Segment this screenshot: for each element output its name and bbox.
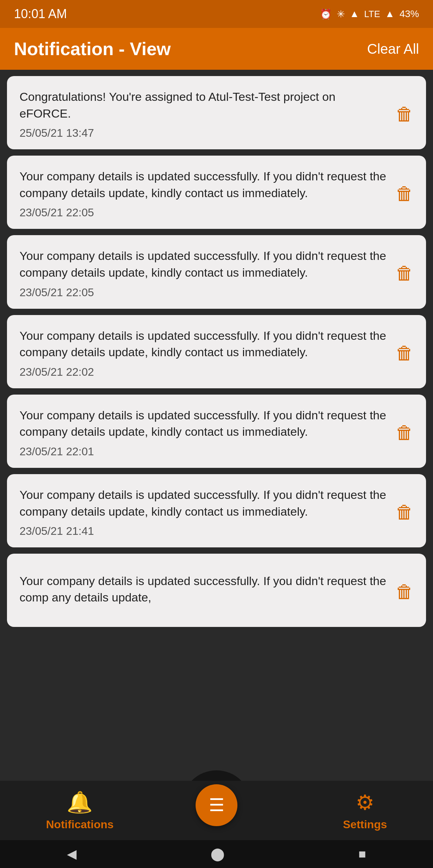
notification-content: Your company details is updated successf… [20,248,388,299]
notification-card: Your company details is updated successf… [7,315,426,388]
delete-notification-button[interactable]: 🗑 [395,343,413,364]
app-header: Notification - View Clear All [0,28,433,70]
notification-content: Your company details is updated successf… [20,328,388,379]
status-time: 10:01 AM [14,7,67,21]
bell-icon: 🔔 [67,790,93,815]
notification-message: Congratulations! You're assigned to Atul… [20,89,388,122]
menu-icon: ☰ [209,795,225,815]
nav-settings-label: Settings [343,818,387,831]
bluetooth-icon: ✳ [337,8,345,20]
notification-card: Your company details is updated successf… [7,474,426,547]
delete-notification-button[interactable]: 🗑 [395,183,413,204]
nav-settings[interactable]: ⚙ Settings [343,790,387,831]
delete-notification-button[interactable]: 🗑 [395,581,413,602]
notification-timestamp: 25/05/21 13:47 [20,127,388,140]
notification-message: Your company details is updated successf… [20,487,388,520]
recent-button[interactable]: ■ [358,847,366,861]
nav-notifications-label: Notifications [46,818,114,831]
back-button[interactable]: ◀ [67,847,77,861]
delete-notification-button[interactable]: 🗑 [395,263,413,284]
notification-timestamp: 23/05/21 22:05 [20,206,388,219]
notification-content: Your company details is updated successf… [20,487,388,538]
status-icons: ⏰ ✳ ▲ LTE ▲ 43% [320,8,419,20]
fab-menu-button[interactable]: ☰ [196,784,237,826]
notification-timestamp: 23/05/21 21:41 [20,525,388,538]
notification-content: Your company details is updated successf… [20,407,388,458]
notification-timestamp: 23/05/21 22:05 [20,286,388,299]
notification-message: Your company details is updated successf… [20,573,388,606]
notification-content: Your company details is updated successf… [20,573,388,611]
wifi-icon: ▲ [350,8,359,20]
delete-notification-button[interactable]: 🗑 [395,104,413,125]
signal-icon: ▲ [385,8,395,20]
alarm-icon: ⏰ [320,8,332,20]
delete-notification-button[interactable]: 🗑 [395,422,413,443]
notification-card: Your company details is updated successf… [7,554,426,627]
notification-content: Your company details is updated successf… [20,168,388,219]
notification-message: Your company details is updated successf… [20,168,388,201]
notification-message: Your company details is updated successf… [20,328,388,361]
system-nav-bar: ◀ ⬤ ■ [0,840,433,868]
notification-timestamp: 23/05/21 22:02 [20,366,388,379]
lte-icon: LTE [364,9,380,20]
notification-card: Your company details is updated successf… [7,235,426,308]
nav-notifications[interactable]: 🔔 Notifications [46,790,114,831]
gear-icon: ⚙ [356,790,374,815]
clear-all-button[interactable]: Clear All [367,41,419,57]
status-bar: 10:01 AM ⏰ ✳ ▲ LTE ▲ 43% [0,0,433,28]
notification-timestamp: 23/05/21 22:01 [20,445,388,458]
notification-card: Your company details is updated successf… [7,156,426,229]
notification-card: Your company details is updated successf… [7,395,426,468]
page-title: Notification - View [14,38,171,59]
delete-notification-button[interactable]: 🗑 [395,502,413,523]
battery-text: 43% [400,8,419,20]
notifications-list: Congratulations! You're assigned to Atul… [0,70,433,781]
home-button[interactable]: ⬤ [211,847,225,861]
notification-card: Congratulations! You're assigned to Atul… [7,76,426,149]
notification-message: Your company details is updated successf… [20,407,388,440]
notification-content: Congratulations! You're assigned to Atul… [20,89,388,140]
notification-message: Your company details is updated successf… [20,248,388,281]
